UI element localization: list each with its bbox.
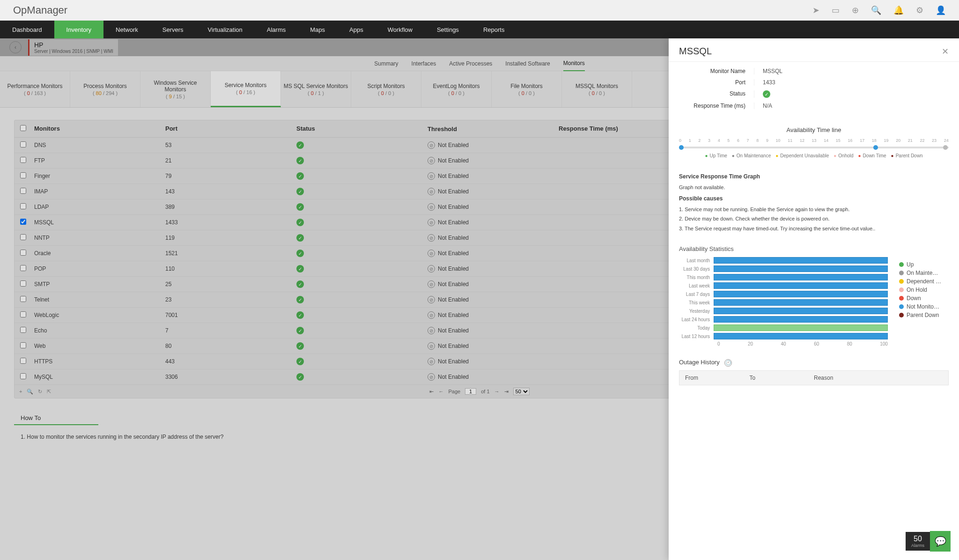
prop-label: Monitor Name: [679, 68, 754, 74]
avstat-bar: [714, 282, 888, 289]
avlegend-item: Down: [899, 295, 949, 302]
cause-2: 2. Device may be down. Check whether the…: [679, 215, 949, 223]
subtab-monitors[interactable]: Monitors: [563, 56, 585, 71]
threshold-text: Not Enabled: [438, 265, 469, 272]
avstat-bar: [714, 299, 888, 306]
row-checkbox[interactable]: [20, 188, 26, 194]
cattile-mssql-monitors[interactable]: MSSQL Monitors( 0 / 0 ): [562, 71, 632, 107]
row-port: 110: [165, 265, 296, 272]
cattile-service-monitors[interactable]: Service Monitors( 0 / 16 ): [211, 71, 281, 107]
prop-value: ✓: [754, 90, 949, 98]
row-name: Finger: [34, 173, 165, 179]
nav-apps[interactable]: Apps: [337, 21, 376, 38]
nav-alarms[interactable]: Alarms: [255, 21, 298, 38]
bell-icon[interactable]: 🔔: [893, 5, 904, 15]
subtab-interfaces[interactable]: Interfaces: [412, 57, 436, 71]
row-checkbox[interactable]: [20, 327, 26, 333]
col-status[interactable]: Status: [296, 125, 428, 133]
back-button[interactable]: ‹: [9, 41, 22, 53]
screen-icon[interactable]: ▭: [832, 5, 840, 15]
col-monitors[interactable]: Monitors: [34, 125, 165, 133]
row-checkbox[interactable]: [20, 280, 26, 287]
nav-servers[interactable]: Servers: [150, 21, 196, 38]
status-ok-icon: ✓: [296, 265, 304, 273]
status-ok-icon: ✓: [296, 234, 304, 242]
row-name: HTTPS: [34, 358, 165, 365]
pager-last[interactable]: ⇥: [504, 389, 509, 395]
cattile-ms-sql-service-monitors[interactable]: MS SQL Service Monitors( 0 / 1 ): [281, 71, 351, 107]
export-icon[interactable]: ⇱: [47, 389, 51, 395]
addon-icon[interactable]: ⊕: [852, 5, 859, 15]
refresh-icon[interactable]: ↻: [38, 389, 42, 395]
cattile-performance-monitors[interactable]: Performance Monitors( 0 / 163 ): [0, 71, 70, 107]
pager-first[interactable]: ⇤: [429, 389, 434, 395]
row-name: IMAP: [34, 188, 165, 195]
legend-up: Up Time: [705, 153, 727, 158]
nav-network[interactable]: Network: [103, 21, 150, 38]
avstat-bar: [714, 274, 888, 280]
avstat-label: Last week: [679, 283, 714, 288]
prop-value: MSSQL: [754, 68, 949, 74]
subtab-summary[interactable]: Summary: [374, 57, 398, 71]
threshold-text: Not Enabled: [438, 281, 469, 287]
row-checkbox[interactable]: [20, 311, 26, 317]
col-port[interactable]: Port: [165, 125, 296, 133]
row-checkbox[interactable]: [20, 219, 26, 225]
row-checkbox[interactable]: [20, 373, 26, 379]
status-ok-icon: ✓: [296, 157, 304, 164]
threshold-disabled-icon: ⊘: [428, 141, 435, 149]
clock-icon[interactable]: 🕘: [724, 359, 732, 367]
gear-icon[interactable]: ⚙: [916, 5, 923, 15]
nav-workflow[interactable]: Workflow: [376, 21, 425, 38]
threshold-disabled-icon: ⊘: [428, 188, 435, 195]
timeline-title: Availability Time line: [679, 126, 949, 133]
row-checkbox[interactable]: [20, 234, 26, 240]
cattile-script-monitors[interactable]: Script Monitors( 0 / 0 ): [351, 71, 421, 107]
row-checkbox[interactable]: [20, 342, 26, 348]
select-all-checkbox[interactable]: [20, 125, 26, 131]
add-icon[interactable]: +: [19, 389, 22, 395]
cattile-eventlog-monitors[interactable]: EventLog Monitors( 0 / 0 ): [421, 71, 492, 107]
nav-dashboard[interactable]: Dashboard: [0, 21, 54, 38]
pager-size[interactable]: 50: [513, 388, 530, 395]
quickstart-icon[interactable]: ➤: [812, 5, 819, 15]
chat-icon[interactable]: 💬: [930, 531, 951, 552]
row-checkbox[interactable]: [20, 157, 26, 163]
col-threshold[interactable]: Threshold: [428, 125, 559, 133]
pager-page-input[interactable]: [465, 388, 476, 395]
threshold-disabled-icon: ⊘: [428, 342, 435, 350]
nav-reports[interactable]: Reports: [471, 21, 517, 38]
prop-label: Status: [679, 90, 754, 98]
nav-inventory[interactable]: Inventory: [54, 21, 103, 38]
subtab-active-processes[interactable]: Active Processes: [449, 57, 492, 71]
row-checkbox[interactable]: [20, 250, 26, 256]
cattile-process-monitors[interactable]: Process Monitors( 80 / 294 ): [70, 71, 140, 107]
nav-settings[interactable]: Settings: [425, 21, 471, 38]
row-port: 53: [165, 142, 296, 148]
row-checkbox[interactable]: [20, 358, 26, 364]
alarm-count-badge[interactable]: 50 Alarms: [906, 532, 930, 551]
close-icon[interactable]: ✕: [942, 46, 949, 57]
pager-next[interactable]: →: [494, 389, 500, 394]
row-checkbox[interactable]: [20, 203, 26, 209]
status-ok-icon: ✓: [296, 188, 304, 195]
row-checkbox[interactable]: [20, 172, 26, 178]
user-icon[interactable]: 👤: [936, 5, 946, 15]
pager-prev[interactable]: ←: [438, 389, 443, 394]
row-checkbox[interactable]: [20, 265, 26, 271]
search-icon[interactable]: 🔍: [871, 5, 881, 15]
nav-virtualization[interactable]: Virtualization: [196, 21, 255, 38]
status-ok-icon: ✓: [296, 280, 304, 288]
cattile-windows-service-monitors[interactable]: Windows Service Monitors( 9 / 15 ): [140, 71, 211, 107]
row-checkbox[interactable]: [20, 296, 26, 302]
brand-title: OpManager: [13, 4, 67, 16]
row-checkbox[interactable]: [20, 141, 26, 147]
timeline-bar[interactable]: [679, 147, 949, 148]
side-title: MSSQL: [679, 46, 712, 57]
subtab-installed-software[interactable]: Installed Software: [505, 57, 550, 71]
threshold-disabled-icon: ⊘: [428, 265, 435, 273]
nav-maps[interactable]: Maps: [298, 21, 337, 38]
search-table-icon[interactable]: 🔍: [27, 389, 33, 395]
avlegend-item: On Mainte…: [899, 270, 949, 276]
cattile-file-monitors[interactable]: File Monitors( 0 / 0 ): [492, 71, 562, 107]
